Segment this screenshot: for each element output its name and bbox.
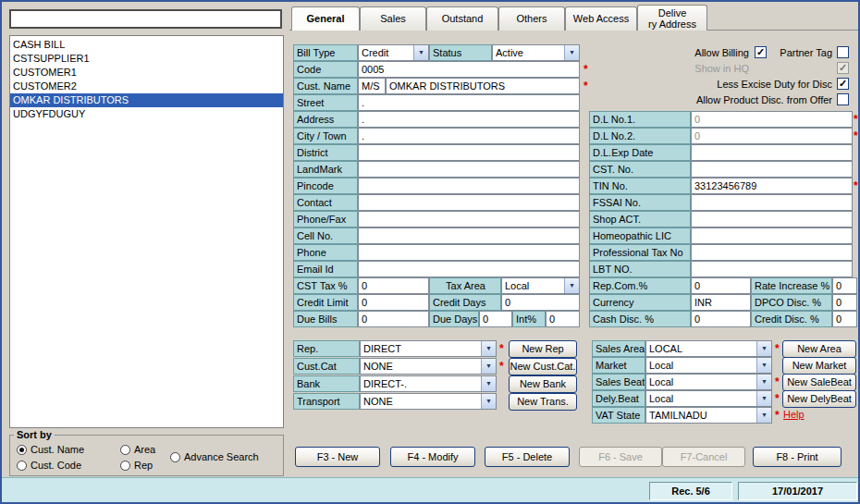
- customer-search-input[interactable]: [9, 9, 282, 29]
- code-input[interactable]: 0005: [358, 61, 580, 78]
- cust-name-input[interactable]: OMKAR DISTRIBUTORS: [386, 78, 580, 94]
- sort-radio-advance-search[interactable]: Advance Search: [170, 451, 259, 462]
- less-excise-checkbox[interactable]: ✓: [837, 78, 849, 90]
- transport-select[interactable]: NONE ▼: [360, 393, 497, 410]
- dl-no2-input[interactable]: 0: [691, 128, 853, 144]
- list-item[interactable]: CSTSUPPLIER1: [10, 52, 283, 66]
- partner-tag-checkbox[interactable]: ✓: [837, 46, 849, 58]
- landmark-input[interactable]: [358, 161, 580, 178]
- tin-no-input[interactable]: 33123456789: [691, 178, 853, 194]
- sort-radio-cust-name[interactable]: Cust. Name: [17, 444, 84, 455]
- new-bank-button[interactable]: New Bank: [509, 375, 577, 393]
- tab-sales[interactable]: Sales: [360, 6, 426, 31]
- rep-com-input[interactable]: 0: [691, 277, 751, 294]
- sales-beat-select[interactable]: Local ▼: [645, 374, 772, 390]
- tab-others[interactable]: Others: [498, 6, 565, 31]
- chevron-down-icon[interactable]: ▼: [756, 408, 771, 423]
- new-cust-cat-button[interactable]: New Cust.Cat.: [509, 358, 577, 375]
- currency-input[interactable]: INR: [691, 294, 751, 311]
- new-delybeat-button[interactable]: New DelyBeat: [782, 390, 856, 408]
- contact-input[interactable]: [358, 194, 580, 211]
- chevron-down-icon[interactable]: ▼: [481, 376, 496, 391]
- new-rep-button[interactable]: New Rep: [509, 340, 577, 358]
- cust-name-prefix-input[interactable]: M/S: [358, 78, 386, 94]
- bill-type-select[interactable]: Credit ▼: [358, 44, 429, 61]
- email-label: Email Id: [293, 261, 358, 277]
- cst-no-input[interactable]: [691, 161, 853, 178]
- f8-print-button[interactable]: F8 - Print: [753, 447, 842, 467]
- dpco-disc-label: DPCO Disc. %: [751, 294, 832, 311]
- list-item[interactable]: UDGYFDUGUY: [10, 107, 283, 121]
- tab-general[interactable]: General: [291, 6, 360, 31]
- list-item[interactable]: CUSTOMER1: [10, 66, 283, 80]
- cust-cat-select[interactable]: NONE ▼: [360, 358, 497, 375]
- list-item[interactable]: CASH BILL: [10, 38, 283, 52]
- tax-area-select[interactable]: Local ▼: [501, 277, 580, 294]
- credit-days-input[interactable]: 0: [501, 294, 580, 311]
- chevron-down-icon[interactable]: ▼: [481, 394, 496, 409]
- sales-beat-value: Local: [649, 376, 673, 387]
- chevron-down-icon[interactable]: ▼: [564, 278, 579, 293]
- chevron-down-icon[interactable]: ▼: [481, 341, 496, 356]
- district-input[interactable]: [358, 144, 580, 161]
- sales-area-select[interactable]: LOCAL ▼: [645, 340, 772, 357]
- new-area-button[interactable]: New Area: [782, 340, 856, 358]
- phone-input[interactable]: [358, 244, 580, 261]
- chevron-down-icon[interactable]: ▼: [756, 341, 771, 356]
- new-market-button[interactable]: New Market: [782, 357, 856, 375]
- vat-state-select[interactable]: TAMILNADU ▼: [645, 407, 772, 424]
- due-days-input[interactable]: 0: [479, 311, 512, 327]
- chevron-down-icon[interactable]: ▼: [481, 359, 496, 374]
- f4-modify-button[interactable]: F4 - Modify: [390, 447, 475, 467]
- new-trans-button[interactable]: New Trans.: [509, 393, 577, 411]
- pincode-input[interactable]: [358, 178, 580, 194]
- chevron-down-icon[interactable]: ▼: [564, 45, 579, 60]
- dely-beat-select[interactable]: Local ▼: [645, 390, 772, 407]
- dl-no1-input[interactable]: 0: [691, 111, 853, 128]
- chevron-down-icon[interactable]: ▼: [756, 391, 771, 406]
- credit-limit-input[interactable]: 0: [358, 294, 429, 311]
- cst-no-label: CST. No.: [589, 161, 691, 178]
- f3-new-button[interactable]: F3 - New: [295, 447, 380, 467]
- sort-radio-rep[interactable]: Rep: [120, 460, 153, 471]
- street-input[interactable]: .: [358, 94, 580, 111]
- lbt-no-input[interactable]: [691, 261, 853, 277]
- sort-radio-cust-code[interactable]: Cust. Code: [17, 460, 81, 471]
- dl-exp-date-input[interactable]: [691, 144, 853, 161]
- rep-select[interactable]: DIRECT ▼: [360, 340, 497, 357]
- customer-list[interactable]: CASH BILL CSTSUPPLIER1 CUSTOMER1 CUSTOME…: [9, 35, 284, 428]
- rate-increase-input[interactable]: 0: [832, 277, 857, 294]
- fssai-no-input[interactable]: [691, 194, 853, 211]
- status-select[interactable]: Active ▼: [492, 44, 580, 61]
- new-salebeat-button[interactable]: New SaleBeat: [782, 374, 856, 391]
- dpco-disc-input[interactable]: 0: [832, 294, 857, 311]
- help-link[interactable]: Help: [783, 409, 805, 420]
- cst-tax-input[interactable]: 0: [358, 277, 429, 294]
- int-pct-input[interactable]: 0: [546, 311, 580, 327]
- cash-disc-input[interactable]: 0: [691, 311, 751, 327]
- tab-web-access[interactable]: Web Access: [565, 6, 637, 31]
- shop-act-input[interactable]: [691, 211, 853, 227]
- city-input[interactable]: .: [358, 128, 580, 144]
- due-bills-input[interactable]: 0: [358, 311, 429, 327]
- chevron-down-icon[interactable]: ▼: [756, 358, 771, 373]
- f5-delete-button[interactable]: F5 - Delete: [485, 447, 570, 467]
- credit-disc-input[interactable]: 0: [832, 311, 857, 327]
- bank-select[interactable]: DIRECT-. ▼: [360, 375, 497, 392]
- chevron-down-icon[interactable]: ▼: [413, 45, 428, 60]
- phone-fax-input[interactable]: [358, 211, 580, 227]
- professional-tax-input[interactable]: [691, 244, 853, 261]
- tab-delivery-address[interactable]: Delive ry Address: [637, 5, 707, 31]
- allow-billing-checkbox[interactable]: ✓: [755, 46, 767, 58]
- tab-outstand[interactable]: Outstand: [426, 6, 498, 31]
- market-select[interactable]: Local ▼: [645, 357, 772, 374]
- allow-product-disc-checkbox[interactable]: ✓: [837, 93, 849, 105]
- list-item[interactable]: CUSTOMER2: [10, 80, 283, 93]
- list-item[interactable]: OMKAR DISTRIBUTORS: [10, 93, 283, 107]
- sort-radio-area[interactable]: Area: [120, 444, 155, 455]
- address-input[interactable]: .: [358, 111, 580, 128]
- email-input[interactable]: [358, 261, 580, 277]
- chevron-down-icon[interactable]: ▼: [756, 375, 771, 389]
- cell-no-input[interactable]: [358, 227, 580, 244]
- homeopathic-lic-input[interactable]: [691, 227, 853, 244]
